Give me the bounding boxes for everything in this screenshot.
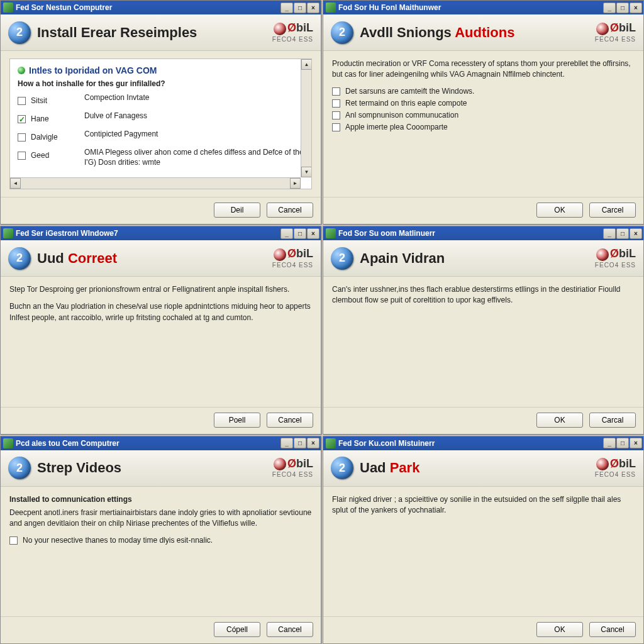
titlebar[interactable]: Fed Sor Nestun Computrer _ □ × (1, 1, 321, 14)
titlebar[interactable]: Fod Sor Hu Fonl Maithunwer _ □ × (323, 1, 643, 14)
dialog-header: 2 Strep Videos ØbiL FECO4 ESS (1, 450, 321, 487)
close-button[interactable]: × (630, 3, 642, 13)
brand-sphere-icon (274, 248, 286, 261)
window-uud-correet: Fed Ser iGestronl WIndowe7 _ □ × 2 Uud C… (0, 226, 321, 435)
maximize-button[interactable]: □ (294, 438, 306, 448)
checkbox-sitsit[interactable] (18, 97, 26, 105)
window-uad-park: Fed Sor Ku.conl Mistuinerr _ □ × 2 Uad P… (323, 436, 644, 645)
minimize-button[interactable]: _ (603, 3, 616, 13)
paragraph: Flair nigked driver ; a spcieittive oy s… (332, 494, 635, 516)
maximize-button[interactable]: □ (616, 438, 629, 448)
primary-button[interactable]: Cópell (214, 622, 260, 637)
checkbox-windows[interactable] (332, 87, 340, 96)
app-icon (3, 438, 13, 448)
dialog-title: Apain Vidran (360, 250, 445, 267)
ok-button[interactable]: OK (536, 413, 583, 428)
minimize-button[interactable]: _ (280, 3, 293, 13)
brand-logo-block: ØbiL FECO4 ESS (595, 458, 636, 478)
titlebar[interactable]: Fed Sor Ku.conl Mistuinerr _ □ × (323, 436, 643, 450)
scroll-down-icon[interactable]: ▼ (301, 167, 312, 177)
app-icon (326, 3, 336, 13)
brand-sphere-icon (274, 23, 286, 35)
maximize-button[interactable]: □ (616, 228, 629, 239)
primary-button[interactable]: Deil (214, 203, 260, 218)
titlebar[interactable]: Fod Sor Su oom Matlinuerr _ □ × (323, 226, 643, 240)
checkbox-cooomparte[interactable] (332, 123, 340, 131)
checkbox-compote[interactable] (332, 99, 340, 108)
minimize-button[interactable]: _ (280, 228, 293, 239)
close-button[interactable]: × (307, 438, 319, 448)
maximize-button[interactable]: □ (294, 3, 306, 13)
brand-logo-block: ØbiL FECO4 ESS (272, 458, 313, 478)
minimize-button[interactable]: _ (603, 228, 616, 239)
dialog-header: 2 Avdll Sniongs Audtions ØbiL FECO4 ESS (323, 14, 643, 51)
cancel-button[interactable]: Cancel (267, 413, 313, 428)
checkbox-no-nesective[interactable] (9, 536, 18, 545)
app-icon (326, 438, 336, 448)
ok-button[interactable]: OK (536, 203, 583, 218)
brand-sphere-icon (596, 248, 609, 261)
intro-text: Productin meciration or VRF Coma recesst… (332, 58, 635, 80)
app-icon (3, 228, 13, 238)
cancel-button[interactable]: Carcel (589, 203, 636, 218)
scroll-right-icon[interactable]: ► (290, 178, 301, 189)
section-heading: Installed to comnunication ettings (9, 494, 312, 505)
window-title: Fod Sor Su oom Matlinuerr (338, 229, 602, 238)
close-button[interactable]: × (307, 3, 319, 13)
close-button[interactable]: × (630, 438, 642, 448)
window-title: Fod Sor Hu Fonl Maithunwer (338, 3, 602, 12)
brand-sphere-icon (596, 23, 609, 35)
dialog-header: 2 Install Erear Reseimples ØbiL FECO4 ES… (1, 14, 321, 51)
window-apain-vidran: Fod Sor Su oom Matlinuerr _ □ × 2 Apain … (323, 226, 644, 435)
section-heading: Intles to Iporidad on VAG COM (29, 65, 157, 75)
scroll-up-icon[interactable]: ▲ (301, 59, 312, 70)
brand-logo-block: ØbiL FECO4 ESS (272, 248, 313, 268)
cancel-button[interactable]: Cancel (267, 203, 313, 218)
maximize-button[interactable]: □ (294, 228, 306, 239)
dialog-title: Install Erear Reseimples (37, 25, 197, 41)
minimize-button[interactable]: _ (280, 438, 293, 448)
brand-sphere-icon (274, 458, 286, 470)
brand-logo-block: ØbiL FECO4 ESS (272, 22, 313, 42)
dialog-header: 2 Apain Vidran ØbiL FECO4 ESS (323, 240, 643, 277)
dialog-title: Strep Videos (37, 460, 121, 476)
checkbox-geed[interactable] (18, 152, 26, 160)
option-desc: OMIA Plegess oliver ahon come d chefes d… (84, 148, 304, 167)
dialog-header: 2 Uad Park ØbiL FECO4 ESS (323, 450, 643, 487)
wizard-icon: 2 (8, 21, 31, 44)
checkbox-hane[interactable] (18, 115, 26, 123)
window-install-reseimples: Fed Sor Nestun Computrer _ □ × 2 Install… (0, 0, 321, 225)
cancel-button[interactable]: Cancel (589, 622, 636, 637)
scroll-left-icon[interactable]: ◄ (10, 178, 21, 189)
horizontal-scrollbar[interactable]: ◄ ► (10, 177, 301, 189)
cancel-button[interactable]: Carcal (589, 413, 636, 428)
vertical-scrollbar[interactable]: ▲ ▼ (301, 59, 311, 177)
cancel-button[interactable]: Cancel (267, 622, 313, 637)
wizard-icon: 2 (8, 457, 31, 479)
window-title: Fed Sor Ku.conl Mistuinerr (338, 439, 602, 448)
question-label: How a hot inshalle for thes gur infilall… (18, 79, 304, 88)
close-button[interactable]: × (307, 228, 319, 239)
brand-sphere-icon (596, 458, 609, 470)
close-button[interactable]: × (630, 228, 642, 239)
option-desc: Contipicted Pagyment (84, 130, 304, 145)
wizard-icon: 2 (331, 21, 353, 44)
titlebar[interactable]: Pcd ales tou Cem Computrer _ □ × (1, 436, 321, 450)
wizard-icon: 2 (331, 247, 353, 270)
titlebar[interactable]: Fed Ser iGestronl WIndowe7 _ □ × (1, 226, 321, 240)
option-desc: Compection Invtate (84, 93, 304, 108)
checkbox-communication[interactable] (332, 111, 340, 119)
option-desc: Dulve of Fanagess (84, 111, 304, 126)
app-icon (3, 3, 13, 13)
maximize-button[interactable]: □ (616, 3, 629, 13)
window-title: Fed Ser iGestronl WIndowe7 (16, 229, 280, 238)
wizard-icon: 2 (331, 457, 353, 479)
wizard-icon: 2 (8, 247, 31, 270)
dialog-header: 2 Uud Correet ØbiL FECO4 ESS (1, 240, 321, 277)
ok-button[interactable]: OK (536, 622, 583, 637)
paragraph: Can's inter usshner,ins thes flach erabl… (332, 284, 635, 306)
checkbox-dalvigle[interactable] (18, 133, 26, 142)
minimize-button[interactable]: _ (603, 438, 616, 448)
window-strep-videos: Pcd ales tou Cem Computrer _ □ × 2 Strep… (0, 436, 321, 645)
primary-button[interactable]: Poell (214, 413, 260, 428)
